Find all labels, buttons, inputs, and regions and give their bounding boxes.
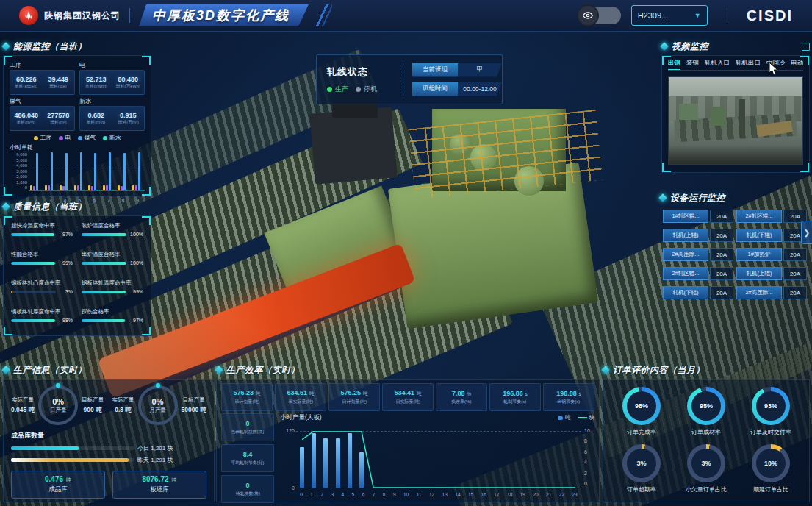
energy-panel-title-text: 能源监控（当班） [13,40,87,53]
shift-badge: 班组时间 00:00-12:00 [412,82,502,96]
equipment-value: 20A [710,210,733,223]
y-tick: 4 [584,460,587,465]
camera-tab-电动热[interactable]: 电动热 [791,59,804,68]
panel-collapse-arrow[interactable]: ❯ [801,221,812,244]
equipment-name-chip[interactable]: 1#加热炉 [736,248,782,261]
energy-chart-legend: 工序电煤气新水 [10,134,145,142]
company-logo-icon [19,6,38,25]
equipment-panel-title-text: 设备运行监控 [670,192,725,204]
y-tick: 0 [292,485,295,491]
energy-panel-title: 能源监控（当班） [3,40,151,53]
legend-dot-icon [356,87,361,92]
equipment-panel-title: 设备运行监控 [660,191,810,204]
quality-metric-value: 99% [58,260,73,266]
bar-新水 [97,190,99,190]
energy-value: 52.713 [86,76,107,83]
gridline [29,165,145,165]
y-tick: 0 [584,481,587,486]
energy-cell: 80.480班耗(万kWh) [112,71,145,94]
camera-feed[interactable] [668,76,803,165]
y-tick: 3,000 [11,169,27,174]
bar-新水 [54,190,56,190]
donut-hole: 10% [756,449,786,478]
side-stat-label: 平均轧制节奏(分) [231,460,265,466]
progress-fill [82,233,126,236]
progress-track [82,291,126,293]
quality-metric: 钢板终轧凸度命中率 3% [11,279,73,304]
equipment-value: 20A [783,286,807,299]
device-select-dropdown[interactable]: H2309... ▼ [631,5,708,26]
equipment-name-chip[interactable]: 2#轧区辊... [663,267,708,280]
bar-电 [33,186,35,191]
stat-value: 0.045 吨 [11,406,35,415]
camera-tab-出钢[interactable]: 出钢 [668,59,680,68]
quality-metric-label: 超快冷温度命中率 [11,222,73,229]
orders-panel-title-text: 订单评价内容（当月） [613,364,705,377]
equipment-name-chip[interactable]: 轧机(上辊) [663,229,708,242]
camera-tab-装钢[interactable]: 装钢 [686,59,699,68]
bar-煤气 [36,153,38,190]
equipment-name-chip[interactable]: 2#高压除... [663,248,708,261]
quality-metric-value: 98% [58,318,73,323]
quality-metric-value: 100% [129,260,143,266]
camera-tab-中间冷[interactable]: 中间冷 [766,59,786,68]
output-group: 实际产量0.8 吨 0% 月产量 目标产量50000 吨 [112,385,207,425]
video-panel-title: 视频监控 [661,40,810,53]
bar-工序 [45,185,47,190]
efficiency-panel-title-text: 生产效率（实时） [226,364,300,377]
visibility-toggle[interactable] [578,7,621,24]
y-tick: 6,000 [11,152,27,157]
order-gauge: 93% 订单及时交付率 [750,387,791,437]
orders-panel-body: 98% 订单完成率 95% 订单成材率 93% 订单及时交付率 3% 订单超期率… [603,379,810,502]
device-select-value: H2309... [638,11,669,20]
equipment-name-chip[interactable]: 1#轧区辊... [663,210,708,223]
energy-label: 单耗(m³/t) [87,119,106,125]
energy-cell: 0.682单耗(m³/t) [80,107,112,130]
equipment-name-chip[interactable]: 轧机(下辊) [736,229,782,242]
efficiency-side-stat: 8.4 平均轧制节奏(分) [221,444,274,472]
progress-track [11,319,56,322]
energy-value: 0.682 [87,112,104,119]
efficiency-stat: 634.61 吨 班实际量(吨) [275,383,326,411]
chevron-down-icon: ▼ [694,12,701,19]
order-gauge-value: 93% [764,402,777,410]
warehouse-box: 8076.72 吨 板坯库 [112,471,206,499]
camera-tab-轧机入口[interactable]: 轧机入口 [705,59,730,68]
energy-section-name: 煤气 [10,97,75,105]
camera-tab-轧机出口[interactable]: 轧机出口 [736,59,761,68]
warehouse-value: 0.476 吨 [45,475,71,484]
dashed-divider [403,63,403,96]
equipment-name-chip[interactable]: 轧机(下辊) [663,286,708,299]
side-stat-label: 当班轧制块数(块) [231,429,265,435]
order-gauge-value: 95% [700,402,713,410]
shift-badge-value: 甲 [458,63,502,77]
donut-hole: 3% [691,449,721,478]
output-progress-donut: 0% 日产量 [38,385,78,425]
efficiency-stat-unit: 吨 [308,391,314,396]
efficiency-stat-unit: 吨 [415,391,421,396]
efficiency-stat-value: 634.41 吨 [395,389,422,397]
energy-chart-yaxis: 6,0005,0004,0003,0002,0001,0000 [10,152,27,190]
diamond-icon [1,202,10,210]
y-tick: 8 [584,438,587,443]
donut-marker [56,383,60,388]
hourly-xaxis: 01234567891011121314151617181920212223 [296,492,581,497]
equipment-name-chip[interactable]: 轧机(上辊) [736,267,782,280]
bar-工序 [132,185,134,190]
expand-icon[interactable] [802,43,810,51]
equipment-name-chip[interactable]: 2#轧区辊... [736,210,782,223]
diamond-icon [215,366,223,374]
efficiency-stat: 196.86 s 轧制节奏(s) [489,383,541,411]
legend-label: 停机 [364,85,377,94]
equipment-value: 20A [710,248,733,261]
equipment-name-chip[interactable]: 2#高压除... [736,286,782,299]
efficiency-stats-row: 576.23 吨 班计划量(吨) 634.61 吨 班实际量(吨) 576.25… [221,383,594,411]
legend-label: 生产 [335,85,348,94]
efficiency-stat: 634.41 吨 日实际量(吨) [382,383,434,411]
production-panel-title: 生产信息（实时） [3,363,215,377]
hourly-chart-title: 小时产量(大板) [280,413,322,422]
bar-group [45,152,56,190]
x-tick: 1 [310,492,313,497]
legend-dot-icon [59,136,63,140]
order-donut: 95% [687,387,725,425]
